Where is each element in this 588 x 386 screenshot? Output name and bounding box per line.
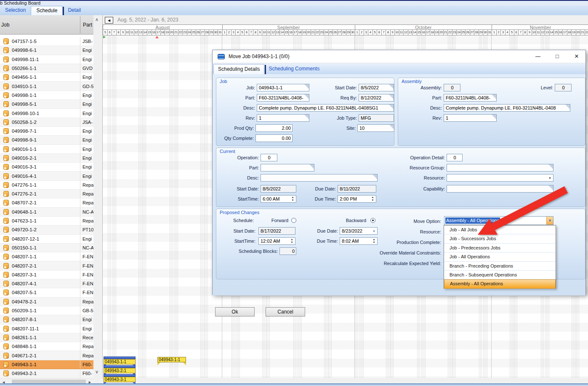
operation-detail-field[interactable]: 0 [447, 154, 463, 161]
part-field[interactable]: F60-3211N4BL-0408- [257, 94, 309, 102]
job-row[interactable]: 048207-1-1 F-EN [0, 252, 93, 261]
dropdown-item[interactable]: Job - All Jobs [444, 225, 556, 234]
current-part-field[interactable] [261, 164, 314, 172]
job-row[interactable]: 047276-2-1 Repa [0, 190, 93, 198]
dropdown-item[interactable]: Job - Predecessors Jobs [444, 244, 556, 252]
job-row[interactable]: 049016-1-1 Engi [0, 145, 93, 154]
assembly-rev-field[interactable]: 1 [444, 114, 497, 122]
spin-down-icon[interactable]: ▼ [292, 199, 294, 202]
job-row[interactable]: 050266-1-1 GVD [0, 64, 93, 73]
minimize-button[interactable]: — [532, 52, 544, 61]
job-row[interactable]: 048207-11-1 Engi [0, 324, 93, 333]
move-option-combo[interactable]: Assembly - All Operations ▼ [444, 216, 553, 225]
cancel-button[interactable]: Cancel [266, 307, 305, 316]
job-row[interactable]: 049456-1-1 Engi [0, 73, 93, 82]
scroll-down-icon[interactable]: ∨ [95, 369, 98, 375]
job-row[interactable]: 049998-10-1 Engi [0, 109, 93, 118]
job-row[interactable]: 048261-1-1 Rece [0, 333, 93, 342]
job-row[interactable]: 049998-11-1 Engi [0, 55, 93, 64]
dropdown-item[interactable]: Job - Successors Jobs [444, 234, 556, 243]
window-tab[interactable]: Detail [63, 6, 86, 15]
operation-field[interactable]: 0 [261, 154, 277, 161]
scroll-up-icon[interactable]: ∧ [95, 17, 98, 22]
job-row[interactable]: 049943-1-1 F60- [0, 360, 93, 369]
job-row[interactable]: 049998-5-1 Engi [0, 100, 93, 109]
capability-field[interactable] [447, 185, 553, 193]
job-row[interactable]: 050209-1-1 GB-5 [0, 306, 93, 315]
req-by-field[interactable]: 8/12/2022 [359, 94, 394, 102]
current-desc-field[interactable] [261, 174, 378, 182]
dropdown-arrow-icon[interactable]: ▼ [548, 177, 551, 180]
job-row[interactable]: 047157-1-5 JSB- [0, 37, 93, 46]
column-divider[interactable] [80, 16, 80, 33]
job-row[interactable]: 049016-3-1 Engi [0, 163, 93, 172]
job-row[interactable]: 049998-9-1 Engi [0, 136, 93, 145]
job-row[interactable]: 049998-1-1 Engi [0, 91, 93, 100]
job-row[interactable]: 049943-2-1 F60- [0, 369, 93, 378]
resource-group-field[interactable] [447, 164, 553, 172]
prod-qty-field[interactable]: 2.00 [255, 124, 293, 132]
ok-button[interactable]: Ok [215, 307, 255, 316]
job-row[interactable]: 049671-2-1 Repa [0, 351, 93, 360]
scheduling-blocks-field[interactable]: 0 [279, 247, 296, 255]
close-button[interactable]: ✕ [570, 52, 583, 61]
gantt-bar[interactable]: 049943-1-1 [157, 357, 186, 362]
gantt-bar[interactable]: 049943-1-1 Xunx [104, 357, 136, 365]
window-tab[interactable]: Schedule [31, 6, 63, 15]
timeline-back-button[interactable]: ◀ [105, 17, 113, 24]
job-row[interactable]: 048848-1-1 Repa [0, 342, 93, 351]
job-row[interactable]: 048207-8-1 Engi [0, 315, 93, 324]
combo-dropdown-button[interactable]: ▼ [546, 217, 553, 225]
job-row[interactable]: 048207-5-1 F-EN [0, 288, 93, 297]
job-row[interactable]: 047623-1-1 Repa [0, 217, 93, 225]
gantt-bar[interactable]: 049943-3-1 Xunx [104, 374, 136, 382]
spin-up-icon[interactable]: ▲ [372, 196, 374, 199]
window-tab[interactable]: Selection [0, 6, 31, 15]
qty-complete-field[interactable]: 0.00 [255, 134, 293, 142]
dropdown-item[interactable]: Branch - Preceding Operations [444, 262, 556, 271]
dialog-tab[interactable]: Scheduling Details [213, 64, 264, 74]
current-due-time-field[interactable]: 2:00 PM ▲▼ [338, 195, 376, 203]
job-row[interactable]: 050258-1-2 JSA- [0, 118, 93, 127]
current-start-time-field[interactable]: 6:00 AM ▲▼ [261, 195, 296, 203]
assembly-field[interactable]: 0 [444, 84, 460, 91]
job-row[interactable]: 048207-12-1 Engi [0, 235, 93, 244]
dropdown-item[interactable]: Job - All Operations [444, 252, 556, 261]
job-row[interactable]: 048207-2-1 F-EN [0, 261, 93, 270]
resource-combo[interactable]: ▼ [447, 174, 553, 182]
dropdown-item[interactable]: Assembly - All Operations [444, 279, 556, 288]
job-field[interactable]: 049943-1-1 [257, 84, 309, 91]
spin-down-icon[interactable]: ▼ [372, 199, 374, 202]
dialog-titlebar[interactable]: Move Job 049943-1-1 (0/0) — □ ✕ [213, 50, 585, 63]
current-start-date-field[interactable]: 8/5/2022 [261, 185, 296, 193]
dialog-tab[interactable]: Scheduling Comments [264, 64, 324, 74]
job-row[interactable]: 048207-4-1 F-EN [0, 279, 93, 288]
column-header-part[interactable]: Part [83, 22, 92, 28]
level-field[interactable]: 0 [555, 84, 572, 91]
proposed-start-time-field[interactable]: 12:02 AM ▲▼ [258, 237, 295, 245]
start-date-field[interactable]: 8/5/2022 [359, 84, 394, 91]
job-row[interactable]: 049478-2-1 Repa [0, 298, 93, 306]
job-row[interactable]: 050150-1-1 NC-A [0, 244, 93, 252]
dropdown-item[interactable]: Branch - Subsequent Operations [444, 271, 556, 279]
column-header-job[interactable]: Job [1, 22, 9, 28]
job-type-field[interactable]: MFG [359, 114, 394, 122]
job-row[interactable]: 049720-1-2 PT10 [0, 225, 93, 234]
job-row[interactable]: 048707-2-1 Repa [0, 198, 93, 207]
maximize-button[interactable]: □ [551, 52, 564, 61]
job-row[interactable]: 047276-1-1 Repa [0, 181, 93, 190]
job-row[interactable]: 034910-1-1 GD-5 [0, 82, 93, 91]
assembly-part-field[interactable]: F60-3211N4BL-0408- [444, 94, 497, 102]
desc-field[interactable]: Complete pump. Dynapump LE. F60-3211N4BL… [257, 104, 394, 112]
job-row[interactable]: 048207-3-1 F-EN [0, 271, 93, 279]
job-row[interactable]: 049998-6-1 Engi [0, 46, 93, 55]
spin-up-icon[interactable]: ▲ [291, 238, 293, 241]
forward-radio[interactable] [291, 218, 296, 223]
assembly-desc-field[interactable]: Complete pump. Dynapump LE. F60-3211N4BL… [444, 104, 570, 112]
spin-up-icon[interactable]: ▲ [292, 196, 294, 199]
spin-down-icon[interactable]: ▼ [291, 241, 293, 244]
gantt-bar[interactable]: 049943-2-1 Xunx [104, 365, 136, 373]
site-field[interactable]: 10 [357, 124, 394, 132]
job-row[interactable]: 049648-1-1 NC-A [0, 208, 93, 217]
job-row[interactable]: 049998-7-1 Engi [0, 127, 93, 136]
